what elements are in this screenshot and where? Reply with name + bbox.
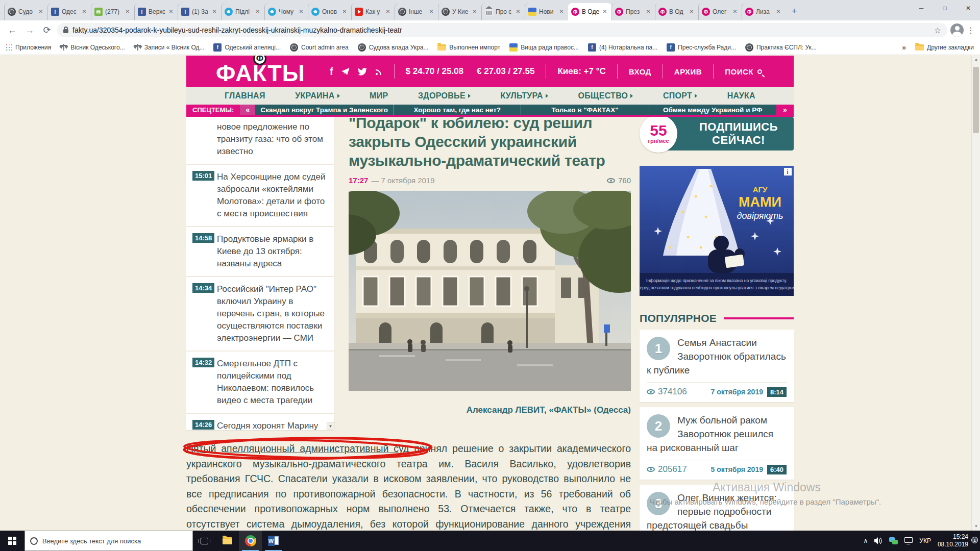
window-minimize-button[interactable]: ─	[910, 0, 933, 16]
browser-menu-icon[interactable]: ⋮	[967, 26, 975, 35]
tab-close-icon[interactable]: ✕	[558, 8, 565, 15]
bookmark-item[interactable]: Практика ЄСПЛ: Ук...	[745, 43, 817, 52]
profile-avatar[interactable]	[950, 23, 964, 37]
bookmark-item[interactable]: Вища рада правос...	[509, 43, 579, 52]
tab-close-icon[interactable]: ✕	[298, 8, 305, 15]
rss-icon[interactable]	[375, 68, 383, 76]
nav-sport[interactable]: СПОРТ	[663, 91, 697, 101]
network-icon[interactable]	[904, 537, 913, 543]
nav-ukraina[interactable]: УКРАИНА	[295, 91, 339, 101]
browser-tab[interactable]: Нови✕	[525, 3, 568, 20]
back-button[interactable]: ←	[5, 23, 19, 37]
tab-close-icon[interactable]: ✕	[471, 8, 478, 15]
bookmark-item[interactable]: Записи « Вісник Од...	[134, 44, 205, 51]
apps-shortcut[interactable]: Приложения	[6, 44, 51, 51]
news-item[interactable]: 14:58 Продуктовые ярмарки в Киеве до 13 …	[186, 227, 334, 277]
tab-close-icon[interactable]: ✕	[254, 8, 261, 15]
browser-tab[interactable]: Лиза✕	[742, 3, 785, 20]
nav-zdorovye[interactable]: ЗДОРОВЬЕ	[418, 91, 471, 101]
browser-tab[interactable]: Про с✕	[481, 3, 525, 20]
bookmarks-overflow-chevron[interactable]: »	[902, 43, 906, 52]
bookmark-item[interactable]: Court admin area	[290, 43, 349, 52]
news-item[interactable]: 14:26 Сегодня хоронят Марину Куклину: по…	[186, 414, 334, 430]
file-explorer-button[interactable]	[216, 531, 239, 551]
bookmark-item[interactable]: Выполнен импорт	[437, 44, 500, 51]
volume-icon[interactable]	[874, 537, 883, 544]
browser-tab[interactable]: (277)✕	[91, 3, 134, 20]
browser-tab[interactable]: В Од✕	[655, 3, 698, 20]
browser-tab[interactable]: Как у✕	[351, 3, 395, 20]
topic-link[interactable]: Хорошо там, где нас нет?	[393, 105, 521, 115]
tab-close-icon[interactable]: ✕	[124, 8, 131, 15]
subscribe-button[interactable]: ПОДПИШИСЬ СЕЙЧАС!	[659, 117, 794, 151]
topics-next-button[interactable]: »	[776, 105, 794, 115]
window-close-button[interactable]: ✕	[957, 0, 980, 16]
tab-close-icon[interactable]: ✕	[688, 8, 695, 15]
tab-close-icon[interactable]: ✕	[81, 8, 88, 15]
start-button[interactable]	[0, 531, 24, 551]
tab-close-icon[interactable]: ✕	[37, 8, 44, 15]
news-scroll-down-button[interactable]: ▼	[327, 422, 334, 430]
site-logo[interactable]: ФАКТЫ Ф	[216, 59, 305, 85]
browser-tab-active[interactable]: В Оде✕	[568, 3, 611, 20]
popular-item[interactable]: 3 Олег Винник женится: первые подробност…	[640, 485, 794, 531]
browser-tab[interactable]: Підлі✕	[221, 3, 264, 20]
url-text[interactable]: fakty.ua/320354-podarok-k-yubileyu-sud-r…	[72, 26, 930, 34]
reload-button[interactable]: ⟳	[40, 23, 54, 37]
tab-close-icon[interactable]: ✕	[384, 8, 391, 15]
tray-chevron-icon[interactable]: ∧	[864, 537, 868, 544]
scrollbar-thumb[interactable]	[973, 67, 979, 133]
bookmark-item[interactable]: Вісник Одеського...	[60, 44, 125, 51]
task-view-button[interactable]	[193, 531, 216, 551]
browser-tab[interactable]: (1) За✕	[178, 3, 221, 20]
twitter-icon[interactable]	[358, 68, 367, 76]
tab-close-icon[interactable]: ✕	[428, 8, 435, 15]
browser-tab[interactable]: Одес✕	[47, 3, 91, 20]
news-item[interactable]: 14:32 Смертельное ДТП с полицейскими под…	[186, 352, 334, 414]
browser-scrollbar[interactable]: ▲ ▼	[971, 56, 980, 531]
news-item[interactable]: 15:01 На Херсонщине дом судей забросали …	[186, 165, 334, 227]
browser-tab[interactable]: Олег✕	[698, 3, 742, 20]
news-item[interactable]: новое предложение по транзиту газа: что …	[186, 117, 334, 165]
tab-close-icon[interactable]: ✕	[341, 8, 348, 15]
bookmark-item[interactable]: Одеський апеляці...	[213, 43, 280, 52]
tab-close-icon[interactable]: ✕	[731, 8, 739, 15]
topics-prev-button[interactable]: «	[240, 105, 255, 115]
nav-glavnaya[interactable]: ГЛАВНАЯ	[225, 91, 265, 101]
subscribe-widget[interactable]: 55 грн/мес ПОДПИШИСЬ СЕЙЧАС!	[640, 117, 794, 151]
tab-close-icon[interactable]: ✕	[775, 8, 782, 15]
browser-tab[interactable]: У Кие✕	[438, 3, 481, 20]
nav-mir[interactable]: МИР	[370, 91, 388, 101]
nav-obschestvo[interactable]: ОБЩЕСТВО	[578, 91, 633, 101]
browser-tab[interactable]: Верхо✕	[134, 3, 178, 20]
language-indicator[interactable]: УКР	[919, 537, 931, 544]
word-taskbar-button[interactable]: W	[262, 531, 285, 551]
scroll-up-icon[interactable]: ▲	[972, 56, 980, 64]
scroll-down-icon[interactable]: ▼	[972, 522, 980, 531]
browser-tab[interactable]: Чому✕	[264, 3, 308, 20]
popular-item[interactable]: 1 Семья Анастасии Заворотнюк обратилась …	[640, 330, 794, 402]
topic-link[interactable]: Обмен между Украиной и РФ	[649, 105, 776, 115]
window-maximize-button[interactable]: □	[933, 0, 957, 16]
browser-tab[interactable]: Судо✕	[4, 3, 47, 20]
telegram-icon[interactable]	[341, 68, 350, 75]
popular-item[interactable]: 2 Муж больной раком Заворотнюк решился н…	[640, 407, 794, 480]
bookmark-item[interactable]: Прес-служба Ради...	[667, 43, 736, 52]
clock-widget[interactable]: 15:24 08.10.2019	[938, 533, 968, 548]
messages-icon[interactable]	[889, 537, 898, 544]
new-tab-button[interactable]: +	[787, 5, 801, 19]
tab-close-icon[interactable]: ✕	[211, 8, 218, 15]
chrome-taskbar-button[interactable]	[239, 531, 262, 551]
tab-close-icon[interactable]: ✕	[514, 8, 522, 15]
taskbar-search-input[interactable]: Введите здесь текст для поиска	[24, 531, 193, 551]
bookmark-star-icon[interactable]: ☆	[934, 26, 941, 35]
other-bookmarks[interactable]: Другие закладки	[915, 44, 974, 51]
forward-button[interactable]: →	[22, 23, 37, 37]
court-link[interactable]: Пятый апелляционный административный суд	[186, 443, 409, 454]
advertisement-banner[interactable]: АГУ МАМИ довіряють Інформація щодо призн…	[640, 166, 794, 296]
facebook-icon[interactable]: f	[330, 66, 333, 78]
archive-link[interactable]: АРХИВ	[674, 67, 702, 76]
topic-link[interactable]: Скандал вокруг Трампа и Зеленского	[255, 105, 393, 115]
topic-link[interactable]: Только в "ФАКТАХ"	[521, 105, 648, 115]
tab-close-icon[interactable]: ✕	[601, 8, 608, 15]
